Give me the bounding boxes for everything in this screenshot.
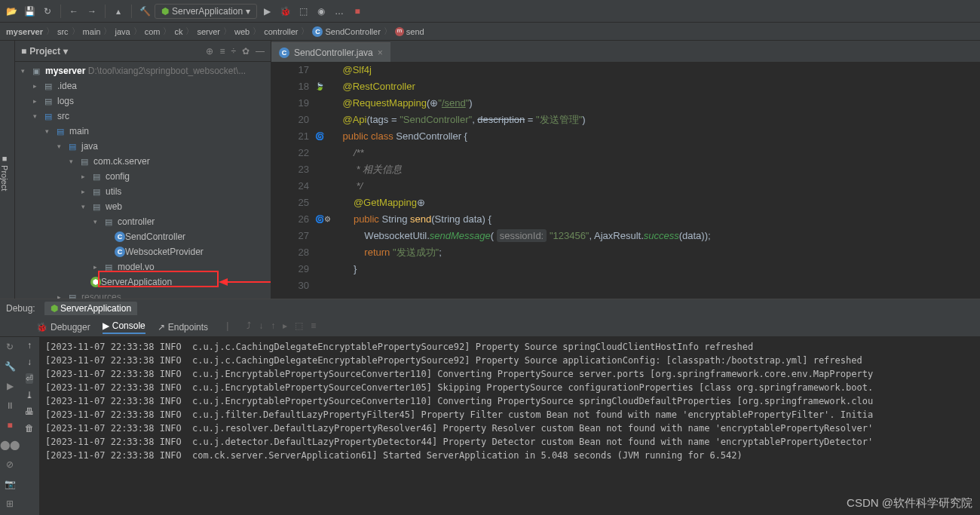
profile-icon[interactable]: ◉ xyxy=(313,3,329,20)
run-config-label: ServerApplication xyxy=(172,6,243,17)
coverage-icon[interactable]: ⬚ xyxy=(295,3,311,20)
main-toolbar: 📂 💾 ↻ ← → ▴ 🔨 ⬢ ServerApplication ▾ ▶ 🐞 … xyxy=(0,0,980,23)
step-over-icon[interactable]: ⤴ xyxy=(247,320,251,334)
panel-title[interactable]: ■ Project ▾ xyxy=(21,46,68,57)
close-icon[interactable]: × xyxy=(378,48,383,58)
debug-label: Debug: xyxy=(6,303,35,314)
editor-area: C SendController.java × 17 18 19 20 21 2… xyxy=(271,41,980,299)
crumb-10[interactable]: m send xyxy=(395,27,424,36)
pause-icon[interactable]: ⏸ xyxy=(3,399,17,412)
redo-icon[interactable]: → xyxy=(84,3,100,20)
tab-console[interactable]: ▶ Console xyxy=(103,320,145,334)
open-icon[interactable]: 📂 xyxy=(3,3,20,20)
crumb-5[interactable]: ck xyxy=(174,27,182,36)
hammer-icon[interactable]: 🔨 xyxy=(136,3,153,20)
tree-item[interactable]: ▾▤main xyxy=(15,124,271,139)
modify-icon[interactable]: 🔧 xyxy=(3,360,17,373)
crumb-7[interactable]: web xyxy=(234,27,250,36)
tree-item[interactable]: ▸▤resources xyxy=(15,290,271,299)
debug-panel: Debug: ⬢ ServerApplication 🐞 Debugger ▶ … xyxy=(0,299,980,515)
breadcrumb: myserver 〉src 〉main 〉java 〉com 〉ck 〉serv… xyxy=(0,23,980,41)
clear-icon[interactable]: 🗑 xyxy=(25,423,34,434)
evaluate-icon[interactable]: ⬚ xyxy=(295,320,303,334)
crumb-1[interactable]: src xyxy=(57,27,69,36)
chevron-down-icon: ▾ xyxy=(246,6,250,17)
watermark: CSDN @软件科学研究院 xyxy=(847,496,972,510)
layout-icon[interactable]: ⊞ xyxy=(3,497,17,510)
tree-item[interactable]: ▾▤src xyxy=(15,109,271,124)
scroll-end-icon[interactable]: ⤓ xyxy=(26,390,33,400)
tab-label: SendController.java xyxy=(294,48,373,58)
stop-debug-icon[interactable]: ■ xyxy=(3,418,17,432)
tree-item[interactable]: ▸▤config xyxy=(15,169,271,184)
tree-item[interactable]: ▸▤model.vo xyxy=(15,259,271,274)
build-icon[interactable]: ▴ xyxy=(110,3,127,20)
stop-icon[interactable]: ■ xyxy=(349,3,366,20)
tab-endpoints[interactable]: ↗ Endpoints xyxy=(158,320,208,334)
up-icon[interactable]: ↑ xyxy=(27,340,32,351)
tree-item[interactable]: ⬢ServerApplication xyxy=(15,274,271,290)
crumb-2[interactable]: main xyxy=(83,27,101,36)
class-icon: C xyxy=(279,48,289,58)
tree-item[interactable]: ▾▤controller xyxy=(15,214,271,229)
crumb-3[interactable]: java xyxy=(115,27,130,36)
tree-item[interactable]: ▾▤com.ck.server xyxy=(15,154,271,169)
console-output[interactable]: [2023-11-07 22:33:38 INFO c.u.j.c.Cachin… xyxy=(39,337,980,515)
project-tool-tab[interactable]: ■ Project xyxy=(0,41,15,299)
tree-item[interactable]: ▸▤logs xyxy=(15,93,271,109)
collapse-icon[interactable]: ÷ xyxy=(231,46,236,57)
print-icon[interactable]: 🖶 xyxy=(25,406,34,417)
camera-icon[interactable]: 📷 xyxy=(3,477,17,491)
down-icon[interactable]: ↓ xyxy=(27,357,32,367)
tree-item[interactable]: CWebsocketProvider xyxy=(15,244,271,259)
project-panel: ■ Project ▾ ⊕ ≡ ÷ ✿ — ▾▣ myserver D:\too… xyxy=(15,41,271,299)
undo-icon[interactable]: ← xyxy=(66,3,82,20)
expand-icon[interactable]: ≡ xyxy=(219,46,225,57)
soft-wrap-icon[interactable]: ⏎ xyxy=(26,373,33,384)
spring-icon: ⬢ xyxy=(161,6,169,17)
tree-item[interactable]: ▾▤web xyxy=(15,199,271,214)
attach-icon[interactable]: … xyxy=(331,3,348,20)
settings-icon[interactable]: ✿ xyxy=(242,46,250,57)
tree-item[interactable]: CSendController xyxy=(15,229,271,244)
crumb-4[interactable]: com xyxy=(145,27,161,36)
debug-icon[interactable]: 🐞 xyxy=(277,3,293,20)
rerun-icon[interactable]: ↻ xyxy=(3,340,17,354)
tree-root[interactable]: ▾▣ myserver D:\tool\xiang2\springboot_we… xyxy=(15,63,271,78)
run-icon[interactable]: ▶ xyxy=(259,3,275,20)
save-icon[interactable]: 💾 xyxy=(21,3,38,20)
editor-tab[interactable]: C SendController.java × xyxy=(271,42,390,62)
tree-item[interactable]: ▾▤java xyxy=(15,139,271,154)
debug-config-tab[interactable]: ⬢ ServerApplication xyxy=(44,302,137,315)
project-tree[interactable]: ▾▣ myserver D:\tool\xiang2\springboot_we… xyxy=(15,62,271,299)
tab-debugger[interactable]: 🐞 Debugger xyxy=(36,320,90,334)
crumb-0[interactable]: myserver xyxy=(6,27,43,36)
view-breakpoints-icon[interactable]: ⬤⬤ xyxy=(3,438,17,452)
refresh-icon[interactable]: ↻ xyxy=(39,3,56,20)
run-to-cursor-icon[interactable]: ▸ xyxy=(283,320,287,334)
tree-item[interactable]: ▸▤.idea xyxy=(15,78,271,93)
step-into-icon[interactable]: ↓ xyxy=(259,320,263,334)
run-config-select[interactable]: ⬢ ServerApplication ▾ xyxy=(155,4,257,19)
crumb-6[interactable]: server xyxy=(197,27,220,36)
hide-icon[interactable]: — xyxy=(256,46,265,57)
resume-icon[interactable]: ▶ xyxy=(3,379,17,393)
code-editor[interactable]: 17 18 19 20 21 22 23 24 25 26 27 28 29 3… xyxy=(271,62,980,299)
crumb-8[interactable]: controller xyxy=(264,27,298,36)
select-opened-icon[interactable]: ⊕ xyxy=(206,46,213,57)
step-out-icon[interactable]: ↑ xyxy=(271,320,275,334)
tree-item[interactable]: ▸▤utils xyxy=(15,184,271,199)
mute-breakpoints-icon[interactable]: ⊘ xyxy=(3,458,17,471)
trace-icon[interactable]: ≡ xyxy=(311,320,316,334)
crumb-9[interactable]: C SendController xyxy=(312,26,380,37)
